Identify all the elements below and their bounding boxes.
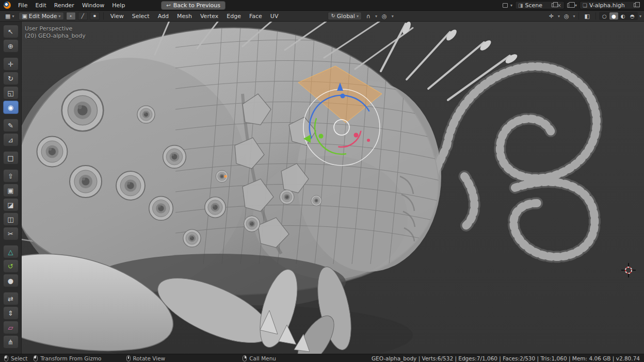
gizmo-z-handle[interactable]: [341, 94, 345, 98]
back-to-previous-label: Back to Previous: [173, 2, 220, 9]
menu-help[interactable]: Help: [108, 1, 128, 10]
shading-material-button[interactable]: ◐: [619, 12, 627, 20]
tool-inset-faces[interactable]: ▣: [3, 184, 19, 197]
wireframe-sphere-icon: ○: [602, 13, 607, 19]
gizmo-x-handle-small[interactable]: [367, 139, 370, 142]
view-layer-name: V-alpha.high: [589, 2, 632, 9]
browse-scene-icon[interactable]: [503, 3, 508, 8]
tool-knife[interactable]: ✂: [3, 227, 19, 240]
unlink-scene-icon[interactable]: ×: [557, 3, 561, 8]
overlays-settings-caret[interactable]: ▾: [573, 14, 575, 19]
tool-add-cube[interactable]: □: [3, 151, 19, 164]
rendered-sphere-icon: ◓: [630, 13, 635, 19]
tool-tweak[interactable]: ↖: [3, 25, 19, 38]
menu-mesh[interactable]: Mesh: [174, 12, 195, 20]
show-gizmo-toggle[interactable]: ✛: [546, 12, 556, 20]
menu-file[interactable]: File: [14, 1, 31, 10]
browse-view-layer-icon[interactable]: [567, 3, 572, 8]
tool-extrude-region[interactable]: ⇧: [3, 169, 19, 183]
blender-logo-icon[interactable]: [4, 2, 11, 9]
tool-bevel[interactable]: ◪: [3, 198, 19, 211]
tool-poly-build[interactable]: △: [3, 245, 19, 258]
hint-select-label: Select: [11, 355, 27, 361]
menu-render[interactable]: Render: [51, 1, 78, 10]
right-mouse-icon: [243, 355, 247, 361]
knife-icon: ✂: [8, 230, 13, 238]
shading-solid-button[interactable]: ●: [609, 12, 618, 20]
tool-smooth[interactable]: ●: [3, 274, 19, 287]
xray-toggle[interactable]: ◧: [582, 12, 592, 20]
tool-transform[interactable]: ◉: [3, 101, 19, 114]
mode-label: Edit Mode: [29, 13, 57, 20]
scale-icon: ◱: [7, 89, 13, 97]
proportional-edit-toggle[interactable]: ◎: [379, 12, 390, 20]
menu-edit[interactable]: Edit: [31, 1, 50, 10]
tool-scale[interactable]: ◱: [3, 86, 19, 100]
view-layer-selector[interactable]: ❏ V-alpha.high: [579, 1, 640, 9]
edge-mode-icon: ╱: [81, 14, 84, 19]
edge-select-mode-button[interactable]: ╱: [78, 12, 88, 20]
tool-move[interactable]: ✛: [3, 57, 19, 71]
tool-shear[interactable]: ▱: [3, 321, 19, 334]
menu-uv[interactable]: UV: [267, 12, 282, 20]
tool-spin[interactable]: ↺: [3, 259, 19, 273]
viewport-editor-icon: ▦: [5, 13, 10, 19]
back-to-previous-button[interactable]: ↩ Back to Previous: [161, 1, 226, 10]
annotate-icon: ✎: [8, 122, 13, 129]
highlighted-vertex[interactable]: [224, 175, 227, 177]
extrude-icon: ⇧: [8, 172, 13, 180]
tool-measure[interactable]: ⊿: [3, 133, 19, 146]
proportional-falloff-caret[interactable]: ▾: [392, 14, 394, 19]
view-layer-icon: ❏: [583, 3, 587, 8]
scene-selector[interactable]: ◨ Scene ×: [515, 1, 565, 9]
menu-select[interactable]: Select: [129, 12, 153, 20]
magnet-icon: ∩: [366, 13, 371, 19]
tool-edge-slide[interactable]: ⇄: [3, 292, 19, 305]
shading-rendered-button[interactable]: ◓: [628, 12, 637, 20]
vertex-select-mode-button[interactable]: ∙: [66, 12, 76, 20]
menu-face[interactable]: Face: [246, 12, 265, 20]
gizmo-x-handle[interactable]: [354, 133, 359, 138]
view-layer-dropdown-caret[interactable]: ▾: [575, 3, 577, 8]
gizmo-y-handle[interactable]: [319, 134, 324, 139]
hint-transform-label: Transform From Gizmo: [40, 355, 101, 361]
header-right-cluster: ✛ ▾ ◎ ▾ ◧ ○ ● ◐ ◓ ▾: [546, 12, 641, 20]
blender-window: File Edit Render Window Help ↩ Back to P…: [0, 0, 644, 362]
header-separator: [595, 12, 596, 20]
menu-add[interactable]: Add: [155, 12, 172, 20]
back-arrow-icon: ↩: [166, 3, 170, 8]
menu-vertex[interactable]: Vertex: [197, 12, 221, 20]
xray-icon: ◧: [585, 13, 590, 19]
menu-view[interactable]: View: [107, 12, 127, 20]
tool-loop-cut[interactable]: ◫: [3, 212, 19, 226]
3d-viewport[interactable]: User Perspective (20) GEO-alpha_body: [0, 22, 644, 354]
show-overlays-toggle[interactable]: ◎: [561, 12, 572, 20]
shading-settings-caret[interactable]: ▾: [639, 14, 641, 19]
tool-shrink-fatten[interactable]: ⇕: [3, 306, 19, 320]
hint-transform-from-gizmo: Transform From Gizmo: [34, 355, 101, 361]
scene-dropdown-caret[interactable]: ▾: [510, 3, 512, 8]
shear-icon: ▱: [8, 324, 13, 332]
transform-orientation-dropdown[interactable]: ↻ Global ▾: [328, 12, 362, 20]
scene-name: Scene: [525, 2, 549, 9]
snap-toggle-button[interactable]: ∩: [364, 12, 373, 20]
tool-rip-region[interactable]: ⋔: [3, 335, 19, 349]
gizmo-icon: ✛: [549, 13, 554, 19]
shading-mode-group: ○ ● ◐ ◓: [599, 12, 638, 20]
mode-selector[interactable]: ▣ Edit Mode ▾: [19, 12, 63, 20]
editor-type-button[interactable]: ▦ ▾: [3, 12, 17, 20]
proportional-edit-icon: ◎: [382, 13, 387, 19]
menu-window[interactable]: Window: [78, 1, 108, 10]
gizmo-settings-caret[interactable]: ▾: [558, 14, 560, 19]
bevel-icon: ◪: [7, 201, 13, 209]
face-select-mode-button[interactable]: ▪: [90, 12, 100, 20]
tool-cursor[interactable]: ⊕: [3, 39, 19, 53]
new-view-layer-icon[interactable]: [634, 3, 637, 7]
tool-rotate[interactable]: ↻: [3, 72, 19, 85]
shading-wireframe-button[interactable]: ○: [600, 12, 609, 20]
menu-edge[interactable]: Edge: [223, 12, 244, 20]
snap-settings-caret[interactable]: ▾: [375, 14, 377, 19]
tool-annotate[interactable]: ✎: [3, 119, 19, 132]
new-scene-icon[interactable]: [552, 3, 555, 7]
header-separator: [103, 12, 104, 20]
